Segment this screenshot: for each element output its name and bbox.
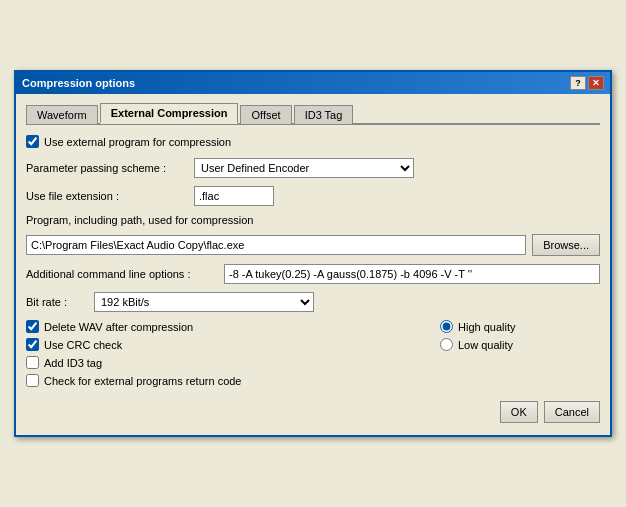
low-quality-radio[interactable] (440, 338, 453, 351)
program-label: Program, including path, used for compre… (26, 214, 600, 226)
file-ext-input[interactable] (194, 186, 274, 206)
param-scheme-label: Parameter passing scheme : (26, 162, 186, 174)
param-scheme-row: Parameter passing scheme : User Defined … (26, 158, 600, 178)
bottom-row: OK Cancel (26, 395, 600, 425)
use-crc-row: Use CRC check (26, 338, 440, 351)
title-bar: Compression options ? ✕ (16, 72, 610, 94)
check-return-row: Check for external programs return code (26, 374, 440, 387)
compression-options-dialog: Compression options ? ✕ Waveform Externa… (14, 70, 612, 437)
low-quality-row: Low quality (440, 338, 600, 351)
bitrate-label: Bit rate : (26, 296, 86, 308)
browse-button[interactable]: Browse... (532, 234, 600, 256)
dialog-body: Waveform External Compression Offset ID3… (16, 94, 610, 435)
tab-content: Use external program for compression Par… (26, 135, 600, 425)
additional-row: Additional command line options : (26, 264, 600, 284)
use-crc-label: Use CRC check (44, 339, 122, 351)
file-ext-row: Use file extension : (26, 186, 600, 206)
delete-wav-row: Delete WAV after compression (26, 320, 440, 333)
program-path-input[interactable] (26, 235, 526, 255)
add-id3-label: Add ID3 tag (44, 357, 102, 369)
checkboxes-col: Delete WAV after compression Use CRC che… (26, 320, 440, 387)
use-external-row: Use external program for compression (26, 135, 600, 148)
help-button[interactable]: ? (570, 76, 586, 90)
param-scheme-select[interactable]: User Defined Encoder (194, 158, 414, 178)
high-quality-label: High quality (458, 321, 515, 333)
program-path-row: Browse... (26, 234, 600, 256)
tab-external-compression[interactable]: External Compression (100, 103, 239, 124)
tab-waveform[interactable]: Waveform (26, 105, 98, 124)
use-external-label: Use external program for compression (44, 136, 231, 148)
cancel-button[interactable]: Cancel (544, 401, 600, 423)
additional-label: Additional command line options : (26, 268, 216, 280)
use-external-checkbox[interactable] (26, 135, 39, 148)
checkboxes-radios: Delete WAV after compression Use CRC che… (26, 320, 600, 387)
check-return-checkbox[interactable] (26, 374, 39, 387)
close-button[interactable]: ✕ (588, 76, 604, 90)
delete-wav-checkbox[interactable] (26, 320, 39, 333)
dialog-title: Compression options (22, 77, 135, 89)
tabs: Waveform External Compression Offset ID3… (26, 102, 600, 125)
use-crc-checkbox[interactable] (26, 338, 39, 351)
high-quality-row: High quality (440, 320, 600, 333)
delete-wav-label: Delete WAV after compression (44, 321, 193, 333)
add-id3-checkbox[interactable] (26, 356, 39, 369)
tab-offset[interactable]: Offset (240, 105, 291, 124)
radios-col: High quality Low quality (440, 320, 600, 387)
bitrate-select[interactable]: 192 kBit/s (94, 292, 314, 312)
ok-button[interactable]: OK (500, 401, 538, 423)
title-bar-buttons: ? ✕ (570, 76, 604, 90)
check-return-label: Check for external programs return code (44, 375, 241, 387)
bitrate-row: Bit rate : 192 kBit/s (26, 292, 600, 312)
file-ext-label: Use file extension : (26, 190, 186, 202)
low-quality-label: Low quality (458, 339, 513, 351)
add-id3-row: Add ID3 tag (26, 356, 440, 369)
high-quality-radio[interactable] (440, 320, 453, 333)
tab-id3-tag[interactable]: ID3 Tag (294, 105, 354, 124)
additional-input[interactable] (224, 264, 600, 284)
